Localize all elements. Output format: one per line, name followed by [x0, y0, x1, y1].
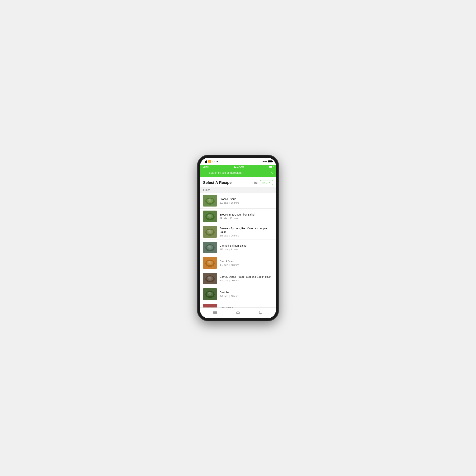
search-placeholder: Search by title or ingredient	[209, 171, 241, 174]
recipe-info: Canned Salmon Salad535 cals|8 mins	[220, 244, 273, 251]
filter-area: Filter On ... ▼	[252, 180, 273, 185]
recipe-time: 18 mins	[231, 264, 239, 266]
left-status-icons: 📶 12:34	[204, 160, 218, 163]
recipe-time: 25 mins	[231, 234, 239, 237]
filter-label: Filter	[252, 181, 258, 184]
separator: |	[229, 264, 230, 266]
recipe-cals: 203 cals	[220, 202, 228, 204]
recipe-thumbnail	[203, 304, 217, 307]
recipe-cals: 407 cals	[220, 264, 228, 266]
home-nav-button[interactable]	[235, 310, 241, 315]
recipe-item[interactable]: Carrot, Sweet Potato, Egg and Bacon Hash…	[200, 271, 276, 286]
page-title: Select A Recipe	[203, 180, 232, 185]
carrier-name: Carrier	[203, 166, 209, 168]
recipe-thumbnail	[203, 288, 217, 300]
separator: |	[228, 217, 229, 220]
carrier-battery-icon	[269, 166, 273, 168]
recipe-name: Brussels Sprouts, Red Onion and Apple Sa…	[220, 227, 273, 234]
svg-rect-41	[213, 312, 217, 313]
recipe-meta: 69 cals|10 mins	[220, 217, 273, 220]
recipe-name: Broccoli Soup	[220, 197, 273, 201]
recipe-item[interactable]: Broccolini & Cucumber Salad69 cals|10 mi…	[200, 209, 276, 224]
bottom-nav	[200, 307, 276, 318]
search-bar: ← Search by title or ingredient ✕	[200, 169, 276, 177]
recipe-time: 8 mins	[231, 248, 238, 251]
recipe-time: 10 mins	[231, 295, 239, 298]
chevron-down-icon: ▼	[269, 182, 271, 184]
recipe-info: Broccolini & Cucumber Salad69 cals|10 mi…	[220, 213, 273, 220]
recipe-thumbnail	[203, 257, 217, 269]
recipe-info: Ceviche370 cals|10 mins	[220, 290, 273, 298]
recipe-name: Broccolini & Cucumber Salad	[220, 213, 273, 216]
search-input-area[interactable]: Search by title or ingredient ✕	[209, 171, 273, 175]
recipe-thumbnail	[203, 226, 217, 238]
battery-icon	[268, 160, 272, 163]
recipe-name: Carrot Soup	[220, 259, 273, 263]
header-row: Select A Recipe Filter On ... ▼	[200, 177, 276, 187]
recipe-info: Broccoli Soup203 cals|15 mins	[220, 197, 273, 204]
recipe-cals: 535 cals	[220, 248, 228, 251]
separator: |	[229, 248, 230, 251]
recipe-meta: 203 cals|15 mins	[220, 202, 273, 204]
recipe-thumbnail	[203, 273, 217, 284]
system-status-bar: 📶 12:34 100%	[200, 158, 276, 165]
recipe-info: Carrot, Sweet Potato, Egg and Bacon Hash…	[220, 275, 273, 282]
carrier-bar: Carrier 11:17 AM	[200, 165, 276, 169]
section-header-lunch: Lunch	[200, 187, 276, 193]
recipe-item[interactable]: Chef Salad487 cals|5 mins	[200, 302, 276, 307]
recipe-item[interactable]: Brussels Sprouts, Red Onion and Apple Sa…	[200, 224, 276, 240]
separator: |	[229, 295, 230, 298]
recipe-name: Carrot, Sweet Potato, Egg and Bacon Hash	[220, 275, 273, 278]
recipe-name: Canned Salmon Salad	[220, 244, 273, 247]
separator: |	[229, 234, 230, 237]
right-status-icons: 100%	[261, 160, 272, 163]
recipe-thumbnail	[203, 195, 217, 206]
recipe-info: Brussels Sprouts, Red Onion and Apple Sa…	[220, 227, 273, 237]
content-area: Select A Recipe Filter On ... ▼ Lunch	[200, 177, 276, 307]
separator: |	[229, 202, 230, 204]
separator: |	[229, 279, 230, 282]
carrier-time: 11:17 AM	[234, 166, 244, 168]
recipe-list: Broccoli Soup203 cals|15 mins Broccolini…	[200, 193, 276, 307]
recipe-time: 10 mins	[230, 217, 238, 220]
recipe-item[interactable]: Ceviche370 cals|10 mins	[200, 286, 276, 302]
recipe-cals: 69 cals	[220, 217, 227, 220]
recipe-thumbnail	[203, 211, 217, 222]
svg-rect-42	[213, 313, 217, 314]
recipe-item[interactable]: Canned Salmon Salad535 cals|8 mins	[200, 240, 276, 255]
recipe-meta: 407 cals|18 mins	[220, 264, 273, 266]
recipe-info: Chef Salad487 cals|5 mins	[220, 306, 273, 307]
recipe-cals: 275 cals	[220, 234, 228, 237]
recipe-meta: 643 cals|20 mins	[220, 279, 273, 282]
recipe-meta: 275 cals|25 mins	[220, 234, 273, 237]
recipe-meta: 535 cals|8 mins	[220, 248, 273, 251]
phone-device: 📶 12:34 100% Carrier 11:17 AM ← Search b…	[198, 155, 278, 321]
recipe-cals: 643 cals	[220, 279, 228, 282]
clear-search-button[interactable]: ✕	[271, 171, 273, 175]
recipe-info: Carrot Soup407 cals|18 mins	[220, 259, 273, 266]
recipe-item[interactable]: Broccoli Soup203 cals|15 mins	[200, 193, 276, 209]
recipe-name: Ceviche	[220, 290, 273, 294]
svg-rect-40	[213, 311, 217, 312]
signal-icon	[204, 160, 207, 163]
system-time: 12:34	[212, 160, 218, 163]
menu-nav-button[interactable]	[212, 310, 218, 315]
recipe-item[interactable]: Carrot Soup407 cals|18 mins	[200, 255, 276, 271]
recipe-meta: 370 cals|10 mins	[220, 295, 273, 298]
recipe-time: 20 mins	[231, 279, 239, 282]
battery-percent: 100%	[261, 160, 267, 163]
back-nav-button[interactable]	[258, 310, 264, 315]
recipe-name: Chef Salad	[220, 306, 273, 307]
recipe-time: 15 mins	[231, 202, 239, 204]
recipe-cals: 370 cals	[220, 295, 228, 298]
filter-button[interactable]: On ... ▼	[260, 180, 273, 185]
filter-value: On ...	[262, 181, 268, 184]
recipe-thumbnail	[203, 242, 217, 253]
phone-screen: 📶 12:34 100% Carrier 11:17 AM ← Search b…	[200, 158, 276, 318]
back-button[interactable]: ←	[203, 170, 206, 175]
wifi-icon: 📶	[208, 160, 211, 163]
